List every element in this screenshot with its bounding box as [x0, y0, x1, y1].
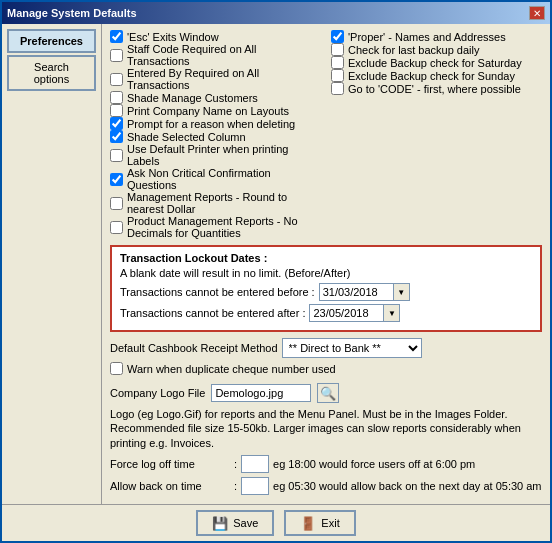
force-logoff-colon: :	[234, 458, 237, 470]
lockout-before-row: Transactions cannot be entered before : …	[120, 283, 532, 301]
checkbox-backup-saturday-input[interactable]	[331, 56, 344, 69]
exit-label: Exit	[321, 517, 339, 529]
checkbox-esc-exits-input[interactable]	[110, 30, 123, 43]
allow-back-colon: :	[234, 480, 237, 492]
checkbox-prompt-reason-label: Prompt for a reason when deleting	[127, 118, 295, 130]
checkbox-last-backup-label: Check for last backup daily	[348, 44, 479, 56]
allow-back-input[interactable]	[241, 477, 269, 495]
checkbox-shade-selected-input[interactable]	[110, 130, 123, 143]
save-label: Save	[233, 517, 258, 529]
sidebar-item-search-options[interactable]: Search options	[7, 55, 96, 91]
lockout-section: Transaction Lockout Dates : A blank date…	[110, 245, 542, 332]
checkbox-default-printer: Use Default Printer when printing Labels	[110, 143, 321, 167]
close-button[interactable]: ✕	[529, 6, 545, 20]
checkbox-go-to-code-input[interactable]	[331, 82, 344, 95]
force-logoff-row: Force log off time : eg 18:00 would forc…	[110, 455, 542, 473]
company-logo-row: Company Logo File 🔍	[110, 383, 542, 403]
lockout-after-date-container: ▼	[309, 304, 400, 322]
checkbox-staff-code-input[interactable]	[110, 49, 123, 62]
checkbox-entered-by-label: Entered By Required on All Transactions	[127, 67, 321, 91]
allow-back-hint: eg 05:30 would allow back on the next da…	[273, 480, 541, 492]
checkbox-staff-code: Staff Code Required on All Transactions	[110, 43, 321, 67]
checkbox-backup-sunday-input[interactable]	[331, 69, 344, 82]
save-icon: 💾	[212, 516, 228, 531]
checkbox-shade-selected: Shade Selected Column	[110, 130, 321, 143]
checkbox-shade-manage: Shade Manage Customers	[110, 91, 321, 104]
checkbox-proper-names-label: 'Proper' - Names and Addresses	[348, 31, 506, 43]
lockout-before-date-dropdown[interactable]: ▼	[394, 283, 410, 301]
lockout-after-label: Transactions cannot be entered after :	[120, 307, 305, 319]
checkbox-proper-names-input[interactable]	[331, 30, 344, 43]
window-body: Preferences Search options 'Esc' Exits W…	[2, 24, 550, 504]
lockout-after-date-input[interactable]	[309, 304, 384, 322]
checkbox-staff-code-label: Staff Code Required on All Transactions	[127, 43, 321, 67]
main-window: Manage System Defaults ✕ Preferences Sea…	[0, 0, 552, 543]
checkbox-last-backup: Check for last backup daily	[331, 43, 542, 56]
checkbox-non-critical-input[interactable]	[110, 173, 123, 186]
checkbox-print-company-input[interactable]	[110, 104, 123, 117]
save-button[interactable]: 💾 Save	[196, 510, 274, 536]
sidebar: Preferences Search options	[2, 24, 102, 504]
checkbox-go-to-code-label: Go to 'CODE' - first, where possible	[348, 83, 521, 95]
checkbox-entered-by: Entered By Required on All Transactions	[110, 67, 321, 91]
force-logoff-label: Force log off time	[110, 458, 230, 470]
checkbox-go-to-code: Go to 'CODE' - first, where possible	[331, 82, 542, 95]
checkbox-shade-manage-label: Shade Manage Customers	[127, 92, 258, 104]
checkbox-default-printer-input[interactable]	[110, 149, 123, 162]
cashbook-row: Default Cashbook Receipt Method ** Direc…	[110, 338, 542, 358]
exit-button[interactable]: 🚪 Exit	[284, 510, 355, 536]
checkbox-shade-selected-label: Shade Selected Column	[127, 131, 246, 143]
checkbox-backup-saturday-label: Exclude Backup check for Saturday	[348, 57, 522, 69]
cashbook-dropdown[interactable]: ** Direct to Bank ** Cheque Cash Credit …	[282, 338, 422, 358]
lockout-title: Transaction Lockout Dates :	[120, 252, 532, 264]
cashbook-label: Default Cashbook Receipt Method	[110, 342, 278, 354]
window-title: Manage System Defaults	[7, 7, 137, 19]
lockout-after-row: Transactions cannot be entered after : ▼	[120, 304, 532, 322]
checkbox-proper-names: 'Proper' - Names and Addresses	[331, 30, 542, 43]
checkbox-esc-exits-label: 'Esc' Exits Window	[127, 31, 219, 43]
checkbox-mgmt-reports: Management Reports - Round to nearest Do…	[110, 191, 321, 215]
checkbox-print-company: Print Company Name on Layouts	[110, 104, 321, 117]
title-bar: Manage System Defaults ✕	[2, 2, 550, 24]
company-logo-input[interactable]	[211, 384, 311, 402]
footer: 💾 Save 🚪 Exit	[2, 504, 550, 541]
checkbox-warn-cheque-label: Warn when duplicate cheque number used	[127, 363, 336, 375]
sidebar-item-preferences[interactable]: Preferences	[7, 29, 96, 53]
checkbox-backup-sunday-label: Exclude Backup check for Sunday	[348, 70, 515, 82]
checkbox-shade-manage-input[interactable]	[110, 91, 123, 104]
checkbox-default-printer-label: Use Default Printer when printing Labels	[127, 143, 321, 167]
allow-back-label: Allow back on time	[110, 480, 230, 492]
force-logoff-hint: eg 18:00 would force users off at 6:00 p…	[273, 458, 475, 470]
checkbox-prompt-reason: Prompt for a reason when deleting	[110, 117, 321, 130]
checkboxes-col2: 'Proper' - Names and Addresses Check for…	[331, 30, 542, 239]
checkbox-warn-cheque-input[interactable]	[110, 362, 123, 375]
checkbox-backup-saturday: Exclude Backup check for Saturday	[331, 56, 542, 69]
checkbox-non-critical: Ask Non Critical Confirmation Questions	[110, 167, 321, 191]
company-logo-label: Company Logo File	[110, 387, 205, 399]
lockout-before-label: Transactions cannot be entered before :	[120, 286, 315, 298]
checkbox-print-company-label: Print Company Name on Layouts	[127, 105, 289, 117]
checkbox-esc-exits: 'Esc' Exits Window	[110, 30, 321, 43]
main-content: 'Esc' Exits Window Staff Code Required o…	[102, 24, 550, 504]
allow-back-row: Allow back on time : eg 05:30 would allo…	[110, 477, 542, 495]
checkbox-product-mgmt-label: Product Management Reports - No Decimals…	[127, 215, 321, 239]
exit-icon: 🚪	[300, 516, 316, 531]
lockout-before-date-input[interactable]	[319, 283, 394, 301]
checkbox-entered-by-input[interactable]	[110, 73, 123, 86]
checkbox-mgmt-reports-label: Management Reports - Round to nearest Do…	[127, 191, 321, 215]
checkbox-mgmt-reports-input[interactable]	[110, 197, 123, 210]
checkboxes-col1: 'Esc' Exits Window Staff Code Required o…	[110, 30, 321, 239]
checkbox-backup-sunday: Exclude Backup check for Sunday	[331, 69, 542, 82]
checkbox-product-mgmt-input[interactable]	[110, 221, 123, 234]
lockout-after-date-dropdown[interactable]: ▼	[384, 304, 400, 322]
checkboxes-grid: 'Esc' Exits Window Staff Code Required o…	[110, 30, 542, 239]
checkbox-prompt-reason-input[interactable]	[110, 117, 123, 130]
company-logo-note: Logo (eg Logo.Gif) for reports and the M…	[110, 407, 542, 450]
force-logoff-input[interactable]	[241, 455, 269, 473]
checkbox-warn-cheque: Warn when duplicate cheque number used	[110, 362, 542, 375]
checkbox-last-backup-input[interactable]	[331, 43, 344, 56]
checkbox-non-critical-label: Ask Non Critical Confirmation Questions	[127, 167, 321, 191]
browse-button[interactable]: 🔍	[317, 383, 339, 403]
lockout-before-date-container: ▼	[319, 283, 410, 301]
lockout-note: A blank date will result in no limit. (B…	[120, 267, 532, 279]
